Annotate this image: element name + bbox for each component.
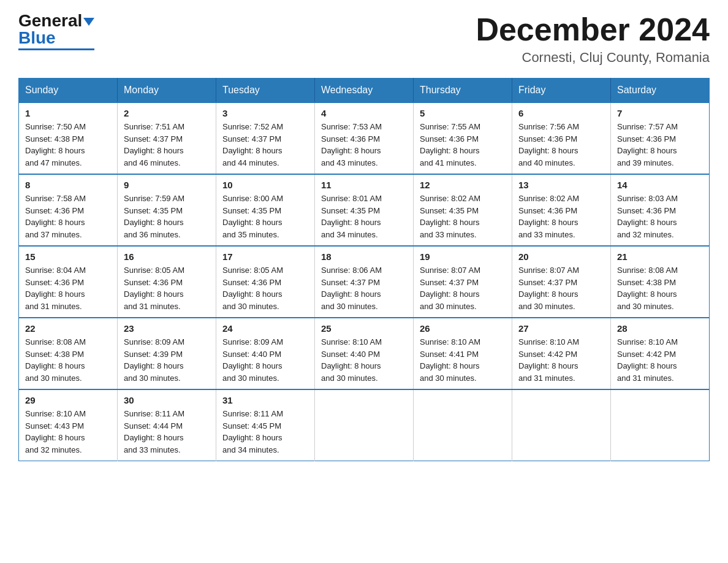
day-number: 10: [222, 180, 308, 190]
day-number: 22: [25, 323, 111, 334]
day-number: 14: [617, 180, 703, 190]
day-number: 6: [518, 108, 604, 118]
day-number: 24: [222, 323, 308, 334]
logo-blue-text: Blue: [18, 28, 56, 47]
day-info: Sunrise: 8:09 AMSunset: 4:40 PMDaylight:…: [222, 336, 308, 384]
day-of-week-header: Wednesday: [315, 79, 414, 103]
calendar-cell: 16 Sunrise: 8:05 AMSunset: 4:36 PMDaylig…: [118, 246, 216, 318]
day-number: 31: [222, 395, 308, 405]
calendar-cell: 29 Sunrise: 8:10 AMSunset: 4:43 PMDaylig…: [19, 389, 118, 461]
calendar-cell: 27 Sunrise: 8:10 AMSunset: 4:42 PMDaylig…: [512, 318, 611, 389]
calendar-cell: 30 Sunrise: 8:11 AMSunset: 4:44 PMDaylig…: [118, 389, 216, 461]
day-info: Sunrise: 8:02 AMSunset: 4:35 PMDaylight:…: [420, 193, 506, 240]
logo: General Blue: [18, 12, 94, 50]
day-info: Sunrise: 8:10 AMSunset: 4:42 PMDaylight:…: [518, 336, 604, 384]
calendar-cell: 25 Sunrise: 8:10 AMSunset: 4:40 PMDaylig…: [315, 318, 414, 389]
calendar-cell: 2 Sunrise: 7:51 AMSunset: 4:37 PMDayligh…: [118, 102, 216, 174]
day-number: 11: [321, 180, 407, 190]
day-info: Sunrise: 7:56 AMSunset: 4:36 PMDaylight:…: [518, 121, 604, 169]
calendar-cell: 7 Sunrise: 7:57 AMSunset: 4:36 PMDayligh…: [611, 102, 710, 174]
day-number: 3: [222, 108, 308, 118]
day-number: 29: [25, 395, 111, 405]
day-info: Sunrise: 8:10 AMSunset: 4:41 PMDaylight:…: [420, 336, 506, 384]
day-info: Sunrise: 7:53 AMSunset: 4:36 PMDaylight:…: [321, 121, 407, 169]
day-info: Sunrise: 8:07 AMSunset: 4:37 PMDaylight:…: [518, 264, 604, 312]
day-number: 12: [420, 180, 506, 190]
day-info: Sunrise: 8:06 AMSunset: 4:37 PMDaylight:…: [321, 264, 407, 312]
day-number: 23: [124, 323, 210, 334]
calendar-cell: 18 Sunrise: 8:06 AMSunset: 4:37 PMDaylig…: [315, 246, 414, 318]
day-info: Sunrise: 8:10 AMSunset: 4:42 PMDaylight:…: [617, 336, 703, 384]
day-info: Sunrise: 7:59 AMSunset: 4:35 PMDaylight:…: [124, 193, 210, 240]
day-info: Sunrise: 8:08 AMSunset: 4:38 PMDaylight:…: [617, 264, 703, 312]
logo-general-text: General: [18, 11, 82, 30]
day-number: 15: [25, 251, 111, 262]
calendar-cell: 23 Sunrise: 8:09 AMSunset: 4:39 PMDaylig…: [118, 318, 216, 389]
calendar-cell: [512, 389, 611, 461]
day-of-week-header: Saturday: [611, 79, 710, 103]
day-number: 4: [321, 108, 407, 118]
calendar-week-row: 1 Sunrise: 7:50 AMSunset: 4:38 PMDayligh…: [19, 102, 710, 174]
day-number: 13: [518, 180, 604, 190]
title-block: December 2024 Cornesti, Cluj County, Rom…: [476, 12, 710, 66]
day-info: Sunrise: 8:10 AMSunset: 4:40 PMDaylight:…: [321, 336, 407, 384]
day-number: 27: [518, 323, 604, 334]
calendar-week-row: 15 Sunrise: 8:04 AMSunset: 4:36 PMDaylig…: [19, 246, 710, 318]
calendar-cell: 21 Sunrise: 8:08 AMSunset: 4:38 PMDaylig…: [611, 246, 710, 318]
day-info: Sunrise: 7:55 AMSunset: 4:36 PMDaylight:…: [420, 121, 506, 169]
calendar-cell: 19 Sunrise: 8:07 AMSunset: 4:37 PMDaylig…: [414, 246, 512, 318]
logo-divider: [18, 48, 94, 50]
calendar-cell: [315, 389, 414, 461]
day-info: Sunrise: 7:50 AMSunset: 4:38 PMDaylight:…: [25, 121, 111, 169]
day-number: 20: [518, 251, 604, 262]
day-info: Sunrise: 8:05 AMSunset: 4:36 PMDaylight:…: [222, 264, 308, 312]
calendar-cell: 31 Sunrise: 8:11 AMSunset: 4:45 PMDaylig…: [216, 389, 315, 461]
calendar-cell: 4 Sunrise: 7:53 AMSunset: 4:36 PMDayligh…: [315, 102, 414, 174]
day-of-week-header: Sunday: [19, 79, 118, 103]
day-number: 9: [124, 180, 210, 190]
day-number: 1: [25, 108, 111, 118]
calendar-table: SundayMondayTuesdayWednesdayThursdayFrid…: [18, 78, 710, 461]
day-info: Sunrise: 8:03 AMSunset: 4:36 PMDaylight:…: [617, 193, 703, 240]
calendar-cell: 17 Sunrise: 8:05 AMSunset: 4:36 PMDaylig…: [216, 246, 315, 318]
calendar-header-row: SundayMondayTuesdayWednesdayThursdayFrid…: [19, 79, 710, 103]
calendar-cell: 20 Sunrise: 8:07 AMSunset: 4:37 PMDaylig…: [512, 246, 611, 318]
day-number: 30: [124, 395, 210, 405]
day-number: 16: [124, 251, 210, 262]
day-info: Sunrise: 8:09 AMSunset: 4:39 PMDaylight:…: [124, 336, 210, 384]
day-info: Sunrise: 8:11 AMSunset: 4:44 PMDaylight:…: [124, 408, 210, 456]
day-of-week-header: Thursday: [414, 79, 512, 103]
day-info: Sunrise: 8:02 AMSunset: 4:36 PMDaylight:…: [518, 193, 604, 240]
day-of-week-header: Friday: [512, 79, 611, 103]
calendar-cell: 26 Sunrise: 8:10 AMSunset: 4:41 PMDaylig…: [414, 318, 512, 389]
day-info: Sunrise: 7:51 AMSunset: 4:37 PMDaylight:…: [124, 121, 210, 169]
day-info: Sunrise: 8:10 AMSunset: 4:43 PMDaylight:…: [25, 408, 111, 456]
calendar-week-row: 29 Sunrise: 8:10 AMSunset: 4:43 PMDaylig…: [19, 389, 710, 461]
day-info: Sunrise: 8:05 AMSunset: 4:36 PMDaylight:…: [124, 264, 210, 312]
page-title: December 2024: [476, 12, 710, 47]
day-number: 17: [222, 251, 308, 262]
day-info: Sunrise: 8:08 AMSunset: 4:38 PMDaylight:…: [25, 336, 111, 384]
day-number: 18: [321, 251, 407, 262]
calendar-cell: 5 Sunrise: 7:55 AMSunset: 4:36 PMDayligh…: [414, 102, 512, 174]
day-info: Sunrise: 8:04 AMSunset: 4:36 PMDaylight:…: [25, 264, 111, 312]
calendar-cell: 10 Sunrise: 8:00 AMSunset: 4:35 PMDaylig…: [216, 174, 315, 246]
logo-triangle-icon: [83, 18, 94, 26]
calendar-cell: [611, 389, 710, 461]
page-subtitle: Cornesti, Cluj County, Romania: [476, 50, 710, 66]
day-number: 19: [420, 251, 506, 262]
day-number: 5: [420, 108, 506, 118]
calendar-cell: 15 Sunrise: 8:04 AMSunset: 4:36 PMDaylig…: [19, 246, 118, 318]
day-number: 2: [124, 108, 210, 118]
day-info: Sunrise: 8:11 AMSunset: 4:45 PMDaylight:…: [222, 408, 308, 456]
day-number: 8: [25, 180, 111, 190]
day-of-week-header: Tuesday: [216, 79, 315, 103]
calendar-cell: 12 Sunrise: 8:02 AMSunset: 4:35 PMDaylig…: [414, 174, 512, 246]
day-of-week-header: Monday: [118, 79, 216, 103]
calendar-cell: 11 Sunrise: 8:01 AMSunset: 4:35 PMDaylig…: [315, 174, 414, 246]
calendar-week-row: 22 Sunrise: 8:08 AMSunset: 4:38 PMDaylig…: [19, 318, 710, 389]
calendar-cell: 8 Sunrise: 7:58 AMSunset: 4:36 PMDayligh…: [19, 174, 118, 246]
day-info: Sunrise: 8:01 AMSunset: 4:35 PMDaylight:…: [321, 193, 407, 240]
day-number: 25: [321, 323, 407, 334]
day-info: Sunrise: 7:58 AMSunset: 4:36 PMDaylight:…: [25, 193, 111, 240]
